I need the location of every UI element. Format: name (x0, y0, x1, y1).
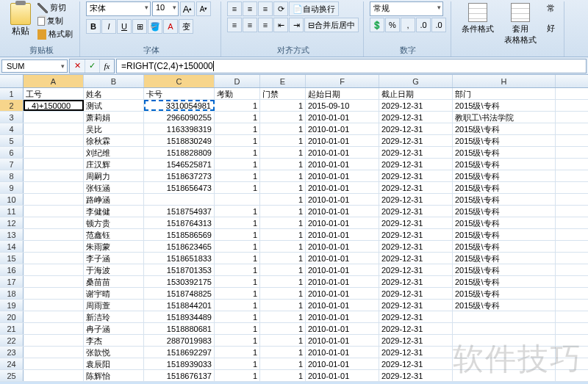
row-header-14[interactable]: 14 (0, 241, 24, 252)
cell-F17[interactable]: 2010-01-01 (306, 276, 379, 287)
col-header-D[interactable]: D (215, 75, 260, 87)
select-all-corner[interactable] (0, 75, 24, 87)
cell-F2[interactable]: 2015-09-10 (306, 100, 379, 111)
cell-C2[interactable]: 3310054981 (144, 100, 215, 111)
cell-E14[interactable]: 1 (260, 241, 306, 252)
col-header-E[interactable]: E (260, 75, 306, 87)
col-header-F[interactable]: F (306, 75, 379, 87)
cell-G7[interactable]: 2029-12-31 (379, 159, 453, 170)
increase-decimal-button[interactable]: .0 (416, 18, 431, 32)
col-header-H[interactable]: H (453, 75, 556, 87)
cell-G18[interactable]: 2029-12-31 (379, 288, 453, 299)
cell-E11[interactable]: 1 (260, 206, 306, 217)
enter-formula-button[interactable]: ✓ (85, 59, 99, 73)
cell-B22[interactable]: 李杰 (84, 335, 144, 346)
cell-A23[interactable] (24, 347, 84, 358)
cell-H23[interactable] (453, 347, 556, 358)
cell-A7[interactable] (24, 159, 84, 170)
cell-G5[interactable]: 2029-12-31 (379, 135, 453, 146)
align-top-button[interactable]: ≡ (227, 1, 242, 16)
cell-E16[interactable]: 1 (260, 264, 306, 275)
cell-G20[interactable]: 2029-12-31 (379, 311, 453, 322)
cell-E7[interactable]: 1 (260, 159, 306, 170)
cell-H21[interactable] (453, 323, 556, 334)
conditional-format-button[interactable]: 条件格式 (457, 1, 498, 36)
cell-C4[interactable]: 1163398319 (144, 123, 215, 134)
row-header-19[interactable]: 19 (0, 300, 24, 311)
cell-E4[interactable]: 1 (260, 123, 306, 134)
cell-H3[interactable]: 教职工\书法学院 (453, 112, 556, 123)
cell-G6[interactable]: 2029-12-31 (379, 147, 453, 158)
cell-F12[interactable]: 2010-01-01 (306, 217, 379, 228)
cell-B24[interactable]: 袁辰阳 (84, 358, 144, 369)
cell-H6[interactable]: 2015级\专科 (453, 147, 556, 158)
cell-C14[interactable]: 1518623465 (144, 241, 215, 252)
cell-E23[interactable]: 1 (260, 347, 306, 358)
cell-B12[interactable]: 顿方贵 (84, 217, 144, 228)
row-header-3[interactable]: 3 (0, 112, 24, 123)
cell-B11[interactable]: 李健健 (84, 206, 144, 217)
row-header-24[interactable]: 24 (0, 358, 24, 369)
format-table-button[interactable]: 套用 表格格式 (500, 1, 541, 47)
cell-G23[interactable]: 2029-12-31 (379, 347, 453, 358)
cell-H11[interactable]: 2015级\专科 (453, 206, 556, 217)
cell-B6[interactable]: 刘纪维 (84, 147, 144, 158)
cell-A17[interactable] (24, 276, 84, 287)
cell-F10[interactable]: 2010-01-01 (306, 194, 379, 205)
cell-F7[interactable]: 2010-01-01 (306, 159, 379, 170)
increase-indent-button[interactable]: ⇥ (289, 18, 304, 32)
cell-E10[interactable]: 1 (260, 194, 306, 205)
cell-C12[interactable]: 1518764313 (144, 217, 215, 228)
cell-B23[interactable]: 张歆悦 (84, 347, 144, 358)
align-left-button[interactable]: ≡ (227, 18, 242, 32)
cell-F4[interactable]: 2010-01-01 (306, 123, 379, 134)
cell-F14[interactable]: 2010-01-01 (306, 241, 379, 252)
cell-H4[interactable]: 2015级\专科 (453, 123, 556, 134)
cell-D14[interactable]: 1 (215, 241, 260, 252)
row-header-6[interactable]: 6 (0, 147, 24, 158)
row-header-16[interactable]: 16 (0, 264, 24, 275)
decrease-decimal-button[interactable]: .0 (431, 18, 446, 32)
merge-center-button[interactable]: ⊟合并后居中 (304, 18, 359, 32)
cell-B13[interactable]: 范鑫钰 (84, 229, 144, 240)
cell-H7[interactable]: 2015级\专科 (453, 159, 556, 170)
accounting-button[interactable]: 💲 (370, 18, 384, 32)
cell-F25[interactable]: 2010-01-01 (306, 370, 379, 381)
cell-E25[interactable]: 1 (260, 370, 306, 381)
cell-F11[interactable]: 2010-01-01 (306, 206, 379, 217)
cell-C5[interactable]: 1518830249 (144, 135, 215, 146)
cell-H17[interactable]: 2015级\专科 (453, 276, 556, 287)
cell-F24[interactable]: 2010-01-01 (306, 358, 379, 369)
cell-C20[interactable]: 1518934489 (144, 311, 215, 322)
row-header-15[interactable]: 15 (0, 253, 24, 264)
cell-F19[interactable]: 2010-01-01 (306, 300, 379, 311)
cell-D10[interactable] (215, 194, 260, 205)
cell-C23[interactable]: 1518692297 (144, 347, 215, 358)
fill-color-button[interactable]: 🪣 (148, 19, 162, 34)
grow-font-button[interactable]: A▴ (180, 1, 195, 16)
cell-C18[interactable]: 1518748825 (144, 288, 215, 299)
row-header-23[interactable]: 23 (0, 347, 24, 358)
cell-B2[interactable]: 测试 (84, 100, 144, 111)
copy-button[interactable]: 复制 (35, 15, 75, 27)
cell-F5[interactable]: 2010-01-01 (306, 135, 379, 146)
cell-H20[interactable] (453, 311, 556, 322)
cancel-formula-button[interactable]: ✕ (70, 59, 85, 73)
row-header-10[interactable]: 10 (0, 194, 24, 205)
col-header-B[interactable]: B (84, 75, 144, 87)
cell-A15[interactable] (24, 253, 84, 264)
format-painter-button[interactable]: 格式刷 (35, 28, 75, 40)
cell-G9[interactable]: 2029-12-31 (379, 182, 453, 193)
cell-A24[interactable] (24, 358, 84, 369)
align-center-button[interactable]: ≡ (243, 18, 257, 32)
formula-input[interactable]: =RIGHT(C2,4)+150000 (116, 59, 587, 73)
cell-D11[interactable]: 1 (215, 206, 260, 217)
cell-A13[interactable] (24, 229, 84, 240)
cell-H1[interactable]: 部门 (453, 88, 556, 99)
cell-D9[interactable]: 1 (215, 182, 260, 193)
cell-A18[interactable] (24, 288, 84, 299)
row-header-8[interactable]: 8 (0, 170, 24, 181)
cell-D5[interactable]: 1 (215, 135, 260, 146)
cell-H25[interactable] (453, 370, 556, 381)
cell-D2[interactable]: 1 (215, 100, 260, 111)
